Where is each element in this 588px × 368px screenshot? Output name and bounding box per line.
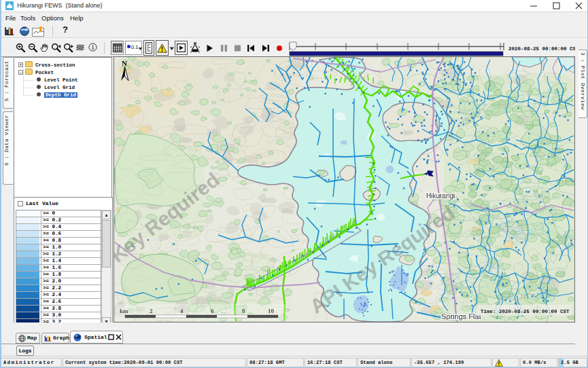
svg-text:N: N — [122, 59, 127, 67]
svg-text:Hikurangi: Hikurangi — [426, 192, 455, 200]
svg-text:SH1: SH1 — [435, 121, 441, 132]
svg-text:Time: 2020-08-25 00:00:00 CST: Time: 2020-08-25 00:00:00 CST — [481, 309, 570, 314]
svg-text:Springs Flat: Springs Flat — [441, 312, 481, 320]
